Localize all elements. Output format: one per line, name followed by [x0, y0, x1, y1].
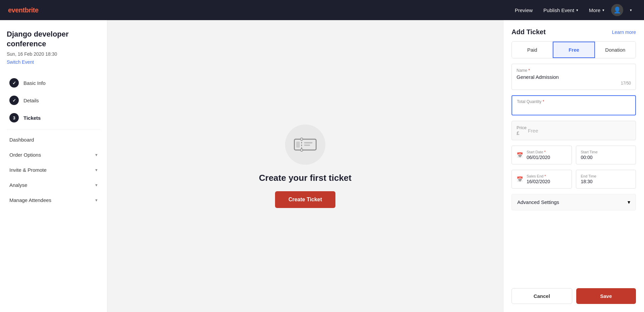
preview-button[interactable]: Preview	[511, 5, 537, 16]
quantity-input[interactable]	[517, 105, 631, 111]
sidebar-item-order-options[interactable]: Order Options ▾	[7, 147, 100, 162]
sidebar-item-invite-promote[interactable]: Invite & Promote ▾	[7, 162, 100, 177]
sidebar-item-invite-promote-label: Invite & Promote	[9, 167, 47, 173]
sidebar-nav: Basic Info Details 3 Tickets Dashboard O…	[7, 74, 100, 208]
sidebar: Django developer conference Sun, 16 Feb …	[0, 20, 107, 312]
publish-event-button[interactable]: Publish Event ▾	[539, 5, 582, 16]
name-char-count: 17/50	[517, 81, 631, 86]
price-input	[528, 124, 631, 138]
switch-event-link[interactable]: Switch Event	[7, 59, 100, 65]
name-label: Name *	[517, 68, 631, 73]
start-time-field[interactable]: Start Time 00:00	[576, 146, 636, 164]
price-field: Price £	[512, 121, 636, 140]
user-avatar[interactable]: 👤	[611, 4, 623, 16]
manage-attendees-chevron-icon: ▾	[95, 198, 98, 203]
sales-end-calendar-icon: 📅	[517, 176, 523, 183]
start-datetime-row: 📅 Start Date * 06/01/2020 Start Time 00:…	[512, 146, 636, 164]
save-button[interactable]: Save	[576, 288, 636, 304]
end-time-label: End Time	[581, 174, 631, 178]
advanced-settings-label: Advanced Settings	[517, 199, 559, 205]
order-options-chevron-icon: ▾	[95, 152, 98, 157]
sidebar-item-analyse[interactable]: Analyse ▾	[7, 177, 100, 193]
invite-promote-chevron-icon: ▾	[95, 167, 98, 172]
start-time-value: 00:00	[581, 155, 631, 160]
basic-info-check-icon	[9, 78, 19, 88]
rp-actions: Cancel Save	[512, 285, 636, 304]
topnav-actions: Preview Publish Event ▾ More ▾ 👤 ▾	[511, 4, 636, 16]
event-title: Django developer conference	[7, 30, 100, 49]
brand-logo: eventbrite	[8, 6, 500, 14]
tickets-num-icon: 3	[9, 113, 19, 122]
start-date-field[interactable]: 📅 Start Date * 06/01/2020	[512, 146, 572, 164]
end-time-field[interactable]: End Time 18:30	[576, 170, 636, 189]
sidebar-item-dashboard[interactable]: Dashboard	[7, 132, 100, 147]
ticket-icon	[293, 135, 317, 155]
create-ticket-button[interactable]: Create Ticket	[275, 191, 335, 208]
topnav: eventbrite Preview Publish Event ▾ More …	[0, 0, 644, 20]
name-field: Name * 17/50	[512, 64, 636, 90]
svg-rect-4	[304, 142, 312, 143]
ticket-type-donation-button[interactable]: Donation	[595, 42, 636, 58]
sidebar-item-basic-info-label: Basic Info	[23, 80, 46, 86]
sales-end-value: 16/02/2020	[527, 179, 550, 184]
main-layout: Django developer conference Sun, 16 Feb …	[0, 20, 644, 312]
ticket-type-paid-button[interactable]: Paid	[512, 42, 553, 58]
sidebar-item-tickets[interactable]: 3 Tickets	[7, 109, 100, 126]
ticket-type-selector: Paid Free Donation	[512, 41, 636, 58]
sidebar-divider	[7, 129, 100, 129]
sidebar-item-order-options-label: Order Options	[9, 152, 41, 158]
start-time-label: Start Time	[581, 150, 631, 154]
more-button[interactable]: More ▾	[585, 5, 608, 16]
start-date-calendar-icon: 📅	[517, 152, 523, 158]
main-content: Create your first ticket Create Ticket	[107, 20, 503, 312]
ticket-icon-wrap	[285, 124, 325, 165]
start-date-label: Start Date *	[527, 150, 550, 154]
sales-end-field[interactable]: 📅 Sales End * 16/02/2020	[512, 170, 572, 189]
learn-more-link[interactable]: Learn more	[612, 30, 636, 35]
price-currency-icon: £	[517, 130, 519, 136]
svg-rect-6	[296, 142, 300, 148]
advanced-settings-section[interactable]: Advanced Settings ▾	[512, 194, 636, 210]
ticket-placeholder: Create your first ticket Create Ticket	[259, 124, 352, 208]
price-label: Price £	[517, 121, 527, 140]
sidebar-item-manage-attendees[interactable]: Manage Attendees ▾	[7, 193, 100, 208]
ticket-placeholder-title: Create your first ticket	[259, 173, 352, 183]
account-chevron-button[interactable]: ▾	[626, 5, 636, 15]
sidebar-item-analyse-label: Analyse	[9, 182, 27, 188]
sidebar-item-manage-attendees-label: Manage Attendees	[9, 197, 51, 203]
svg-point-3	[301, 149, 303, 151]
advanced-settings-chevron-icon: ▾	[628, 199, 630, 205]
ticket-type-free-button[interactable]: Free	[553, 42, 595, 58]
analyse-chevron-icon: ▾	[95, 183, 98, 188]
svg-point-2	[301, 138, 303, 140]
add-ticket-title: Add Ticket	[512, 28, 546, 36]
start-date-value: 06/01/2020	[527, 155, 550, 160]
sidebar-item-basic-info[interactable]: Basic Info	[7, 74, 100, 92]
more-chevron-icon: ▾	[602, 8, 604, 12]
total-quantity-field: Total Quantity *	[512, 95, 636, 115]
sales-end-label: Sales End *	[527, 174, 550, 178]
right-panel: Add Ticket Learn more Paid Free Donation…	[503, 20, 644, 312]
publish-chevron-icon: ▾	[576, 8, 578, 12]
sidebar-item-dashboard-label: Dashboard	[9, 137, 34, 143]
svg-rect-5	[304, 145, 310, 146]
sidebar-item-details[interactable]: Details	[7, 92, 100, 109]
event-date: Sun, 16 Feb 2020 18:30	[7, 51, 100, 57]
rp-header: Add Ticket Learn more	[512, 28, 636, 36]
details-check-icon	[9, 96, 19, 105]
sidebar-item-details-label: Details	[23, 98, 39, 103]
sidebar-item-tickets-label: Tickets	[23, 115, 41, 121]
end-datetime-row: 📅 Sales End * 16/02/2020 End Time 18:30	[512, 170, 636, 189]
account-chevron-icon: ▾	[630, 8, 632, 12]
cancel-button[interactable]: Cancel	[512, 288, 572, 304]
name-input[interactable]	[517, 74, 631, 80]
quantity-label: Total Quantity *	[517, 99, 631, 104]
end-time-value: 18:30	[581, 179, 631, 184]
